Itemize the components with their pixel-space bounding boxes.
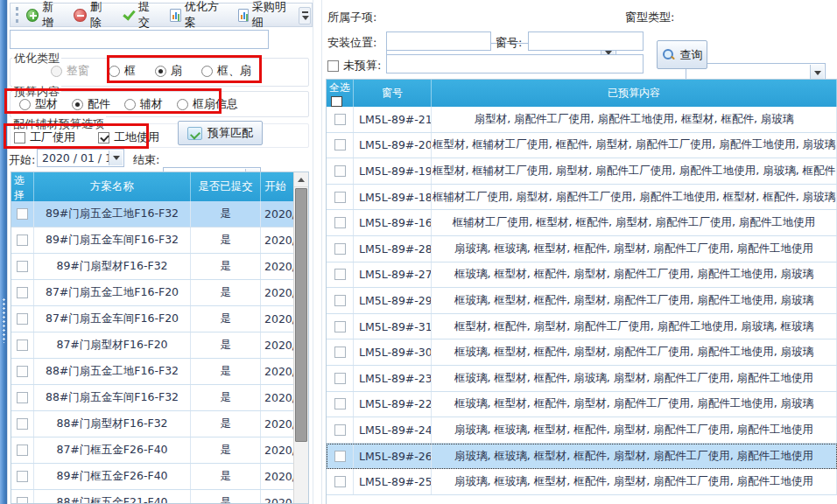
window-row[interactable]: LM5L-89#-28F26 扇玻璃, 框玻璃, 框型材, 框配件, 扇型材, …: [327, 236, 837, 262]
optimize-type-radio[interactable]: 扇: [155, 63, 182, 79]
toolbar-overflow-button[interactable]: [299, 7, 311, 24]
not-budgeted-input[interactable]: [386, 54, 644, 74]
plan-row[interactable]: 87#门扇型材F16-F20 是 2020/0: [11, 332, 308, 359]
install-position-input[interactable]: [386, 32, 491, 51]
plan-row[interactable]: 87#门扇五金车间F16-F20 是 2020/0: [11, 306, 308, 332]
plan-search-input[interactable]: [10, 30, 269, 49]
row-checkbox[interactable]: [17, 208, 28, 220]
window-row[interactable]: LM5L-89#-27F25 框玻璃, 框型材, 框配件, 扇型材, 扇配件工厂…: [327, 262, 837, 289]
row-checkbox[interactable]: [17, 340, 28, 351]
row-checkbox[interactable]: [17, 471, 28, 482]
window-row[interactable]: LM5L-89#-25F23 扇玻璃, 框玻璃, 框型材, 框配件, 扇型材, …: [327, 469, 837, 495]
window-no-input[interactable]: [528, 32, 644, 51]
row-checkbox[interactable]: [17, 366, 28, 377]
window-no: LM5L-89#-21F19: [354, 107, 432, 132]
chevron-down-icon[interactable]: [109, 150, 123, 165]
windows-header-no[interactable]: 窗号: [354, 80, 432, 107]
plan-row[interactable]: 89#门框五金F26-F40 是 2020/0: [11, 464, 308, 490]
row-checkbox[interactable]: [17, 418, 28, 430]
row-checkbox[interactable]: [17, 287, 28, 298]
toolbar-grip-icon[interactable]: [16, 7, 19, 23]
purchase-detail-button[interactable]: 采购明细: [238, 0, 306, 31]
window-row[interactable]: LM5L-89#-16F15 框辅材工厂使用, 框型材, 框配件, 扇型材, 扇…: [327, 210, 837, 236]
start-date-picker[interactable]: 2020 / 01 / 1: [37, 149, 124, 167]
plan-table-scrollbar[interactable]: [293, 172, 308, 503]
usage-checkbox[interactable]: 工厂使用: [14, 130, 75, 145]
row-checkbox[interactable]: [334, 217, 346, 228]
budgeted-content: 扇型材, 扇配件工厂使用, 扇配件工地使用, 框型材, 框配件, 扇玻璃: [432, 107, 837, 132]
add-button[interactable]: 新增: [26, 0, 64, 31]
scrollbar-thumb[interactable]: [295, 188, 307, 442]
window-row[interactable]: LM5L-89#-30F28 框玻璃, 框型材, 框配件, 扇型材, 扇配件工厂…: [327, 340, 837, 366]
window-row[interactable]: LM5L-89#-22F20 框玻璃, 框型材, 框配件, 扇型材, 扇配件工厂…: [327, 392, 837, 418]
splitter-grip-icon[interactable]: [3, 298, 5, 343]
row-checkbox[interactable]: [17, 261, 28, 272]
row-checkbox[interactable]: [334, 114, 346, 125]
row-checkbox[interactable]: [334, 424, 346, 436]
budget-content-radio[interactable]: 型材: [19, 96, 58, 112]
plan-row[interactable]: 89#门扇型材F16-F32 是 2020/0: [11, 254, 308, 280]
windows-header-content[interactable]: 已预算内容: [432, 80, 837, 107]
plan-row[interactable]: 89#门扇五金工地F16-F32 是 2020/0: [11, 201, 308, 228]
delete-button[interactable]: 删除: [74, 0, 111, 31]
window-row[interactable]: LM5L-89#-21F19 扇型材, 扇配件工厂使用, 扇配件工地使用, 框型…: [327, 107, 837, 133]
plan-header-name[interactable]: 方案名称: [34, 172, 191, 201]
query-button[interactable]: 查询: [657, 40, 707, 69]
row-checkbox[interactable]: [334, 398, 346, 410]
not-budgeted-checkbox[interactable]: 未预算:: [327, 58, 381, 74]
budget-content-radio[interactable]: 辅材: [124, 96, 163, 112]
panel-splitter: [321, 0, 322, 504]
window-no: LM5L-89#-16F15: [354, 210, 432, 235]
row-checkbox[interactable]: [334, 451, 346, 462]
optimize-type-radio[interactable]: 框: [109, 63, 136, 79]
plan-row[interactable]: 88#门扇五金工地F16-F32 是 2020/0: [11, 359, 308, 385]
window-no: LM5L-89#-27F25: [354, 262, 432, 288]
optimize-type-radio[interactable]: 整窗: [51, 63, 89, 79]
budget-content-radio[interactable]: 配件: [72, 96, 110, 112]
budget-content-radio[interactable]: 框扇信息: [177, 96, 238, 112]
submit-button[interactable]: 提交: [122, 0, 159, 31]
plan-table: 选择 方案名称 是否已提交 开始 89#门扇五金工地F16-F32 是 2020…: [11, 172, 309, 504]
row-checkbox[interactable]: [334, 192, 346, 203]
row-checkbox[interactable]: [334, 346, 346, 358]
window-row[interactable]: LM5L-89#-29F27 框玻璃, 框型材, 框配件, 扇型材, 扇配件工厂…: [327, 288, 837, 314]
radio-label: 配件: [88, 96, 110, 112]
scroll-up-icon[interactable]: [294, 172, 308, 187]
row-checkbox[interactable]: [17, 497, 28, 504]
budgeted-content: 框玻璃, 框型材, 框配件, 扇型材, 扇配件工厂使用, 扇配件工地使用, 扇玻…: [432, 262, 837, 288]
window-row[interactable]: LM5L-89#-31F29 框型材, 框配件, 扇型材, 扇配件工厂使用, 扇…: [327, 314, 837, 340]
plan-row[interactable]: 88#门框五金F21-F40 是 2020/0: [11, 490, 308, 504]
plan-row[interactable]: 88#门扇五金车间F16-F32 是 2020/0: [11, 385, 308, 411]
window-row[interactable]: LM5L-89#-24F22 扇玻璃, 框玻璃, 框型材, 框配件, 扇型材, …: [327, 417, 837, 444]
window-row[interactable]: LM5L-89#-26F24 扇玻璃, 框玻璃, 框型材, 框配件, 扇型材, …: [327, 444, 837, 470]
budgeted-content: 扇玻璃, 框玻璃, 框型材, 框配件, 扇型材, 扇配件工厂使用, 扇配件工地使…: [432, 417, 837, 443]
window-row[interactable]: LM5L-89#-23F21 框玻璃, 框型材, 框配件, 扇玻璃, 扇型材, …: [327, 366, 837, 392]
match-icon: [187, 127, 202, 140]
row-checkbox[interactable]: [334, 243, 346, 255]
window-row[interactable]: LM5L-89#-20F18 框型材, 框辅材工厂使用, 框配件, 扇型材, 扇…: [327, 133, 837, 159]
window-row[interactable]: LM5L-89#-19F17 框型材, 框辅材工厂使用, 扇型材, 扇配件工厂使…: [327, 158, 837, 185]
plan-header-submitted[interactable]: 是否已提交: [191, 172, 261, 201]
optimize-plan-button[interactable]: 优化方案: [170, 0, 227, 31]
select-all-checkbox[interactable]: [331, 96, 342, 107]
row-checkbox[interactable]: [17, 234, 28, 246]
row-checkbox[interactable]: [334, 321, 346, 332]
row-checkbox[interactable]: [17, 313, 28, 325]
row-checkbox[interactable]: [334, 476, 346, 487]
row-checkbox[interactable]: [17, 392, 28, 403]
radio-label: 框、扇: [217, 63, 251, 79]
plan-row[interactable]: 87#门扇五金工地F16-F20 是 2020/0: [11, 280, 308, 306]
usage-checkbox[interactable]: 工地使用: [98, 130, 159, 145]
row-checkbox[interactable]: [334, 165, 346, 177]
row-checkbox[interactable]: [334, 295, 346, 306]
row-checkbox[interactable]: [334, 139, 346, 150]
row-checkbox[interactable]: [17, 444, 28, 456]
plan-row[interactable]: 89#门扇五金车间F16-F32 是 2020/0: [11, 228, 308, 254]
row-checkbox[interactable]: [334, 373, 346, 384]
budget-match-button[interactable]: 预算匹配: [178, 121, 263, 145]
optimize-type-radio[interactable]: 框、扇: [201, 63, 251, 79]
window-row[interactable]: LM5L-89#-18F16 框辅材工厂使用, 扇型材, 扇配件工厂使用, 扇配…: [327, 185, 837, 211]
row-checkbox[interactable]: [334, 269, 346, 280]
plan-row[interactable]: 87#门框五金F26-F40 是 2020/0: [11, 438, 308, 464]
plan-row[interactable]: 88#门扇型材F16-F32 是 2020/0: [11, 411, 308, 438]
